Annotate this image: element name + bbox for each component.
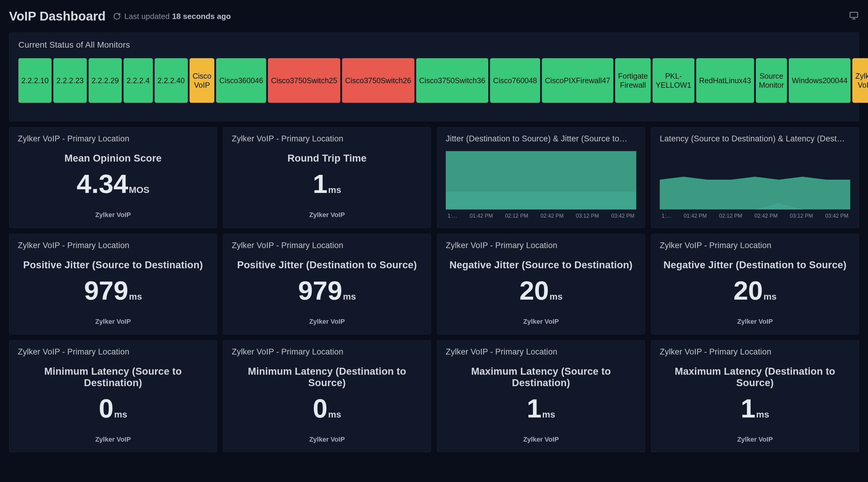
chart-svg [446, 150, 636, 210]
metric-card[interactable]: Zylker VoIP - Primary LocationNegative J… [437, 234, 645, 334]
metric-source: Zylker VoIP [232, 318, 422, 326]
metric-unit: ms [114, 409, 127, 419]
metric-value: 1 [741, 393, 755, 423]
status-tile[interactable]: Source Monitor [756, 58, 787, 103]
status-tile[interactable]: RedHatLinux43 [696, 58, 754, 103]
status-panel-title: Current Status of All Monitors [19, 40, 849, 50]
status-tile-label: Zylker VoIP [855, 71, 868, 90]
status-tile[interactable]: Cisco760048 [490, 58, 540, 103]
chart-x-tick: 03:42 PM [611, 213, 634, 219]
status-tile-label: Cisco3750Switch26 [345, 76, 411, 85]
presentation-icon[interactable] [849, 10, 859, 22]
status-tile[interactable]: Windows200044 [789, 58, 850, 103]
metric-value-row: 979ms [18, 277, 208, 304]
metric-card[interactable]: Zylker VoIP - Primary LocationPositive J… [223, 234, 431, 334]
metric-card-header: Zylker VoIP - Primary Location [446, 347, 636, 357]
metric-value-row: 1ms [660, 395, 850, 422]
metric-grid: Zylker VoIP - Primary LocationMean Opini… [9, 127, 859, 452]
metric-card-header: Zylker VoIP - Primary Location [660, 347, 850, 357]
status-tile-label: Cisco760048 [493, 76, 537, 85]
metric-card[interactable]: Zylker VoIP - Primary LocationRound Trip… [223, 127, 431, 228]
metric-card-header: Zylker VoIP - Primary Location [232, 347, 422, 357]
metric-card[interactable]: Zylker VoIP - Primary LocationPositive J… [9, 234, 217, 334]
metric-value: 20 [733, 275, 763, 305]
status-tile[interactable]: Zylker VoIP [852, 58, 868, 103]
status-tile[interactable]: Cisco VoIP [190, 58, 215, 103]
metric-card[interactable]: Zylker VoIP - Primary LocationMinimum La… [223, 340, 431, 452]
status-tile[interactable]: Cisco3750Switch26 [342, 58, 414, 103]
status-tile-label: 2.2.2.10 [22, 76, 49, 85]
chart-x-tick: 1:… [447, 213, 458, 219]
metric-title: Positive Jitter (Destination to Source) [232, 259, 422, 271]
status-tile[interactable]: 2.2.2.4 [124, 58, 153, 103]
svg-rect-0 [850, 12, 858, 18]
metric-title: Minimum Latency (Source to Destination) [18, 366, 208, 389]
status-tile-label: Cisco3750Switch25 [271, 76, 337, 85]
metric-card[interactable]: Zylker VoIP - Primary LocationMaximum La… [437, 340, 645, 452]
metric-title: Maximum Latency (Source to Destination) [446, 366, 636, 389]
metric-unit: ms [343, 292, 356, 301]
metric-card-header: Zylker VoIP - Primary Location [232, 134, 422, 144]
chart-x-axis: 1:…01:42 PM02:12 PM02:42 PM03:12 PM03:42… [660, 213, 850, 219]
metric-value: 1 [313, 169, 328, 199]
metric-unit: ms [756, 409, 769, 419]
status-tile[interactable]: Cisco3750Switch25 [268, 58, 340, 103]
chart-x-axis: 1:…01:42 PM02:12 PM02:42 PM03:12 PM03:42… [446, 213, 636, 219]
status-grid: 2.2.2.102.2.2.232.2.2.292.2.2.42.2.2.40C… [19, 58, 849, 103]
chart-x-tick: 03:12 PM [790, 213, 813, 219]
status-tile[interactable]: PKL-YELLOW1 [652, 58, 694, 103]
metric-source: Zylker VoIP [446, 435, 636, 444]
refresh-icon[interactable] [113, 12, 121, 20]
metric-source: Zylker VoIP [18, 435, 208, 444]
metric-card[interactable]: Zylker VoIP - Primary LocationMinimum La… [9, 340, 217, 452]
status-tile[interactable]: Fortigate Firewall [615, 58, 651, 103]
metric-value-row: 1ms [446, 395, 636, 422]
status-tile[interactable]: 2.2.2.10 [19, 58, 52, 103]
metric-source: Zylker VoIP [18, 211, 208, 219]
metric-value-row: 20ms [446, 277, 636, 304]
status-tile-label: 2.2.2.40 [158, 76, 185, 85]
metric-card[interactable]: Zylker VoIP - Primary LocationNegative J… [651, 234, 859, 334]
metric-unit: ms [764, 292, 776, 301]
status-tile[interactable]: CiscoPIXFirewall47 [542, 58, 613, 103]
metric-card[interactable]: Latency (Source to Destination) & Latenc… [651, 127, 859, 228]
metric-card-header: Jitter (Destination to Source) & Jitter … [446, 134, 636, 144]
metric-value-row: 0ms [18, 395, 208, 422]
metric-value: 0 [313, 393, 328, 423]
last-updated-value: 18 seconds ago [172, 12, 231, 21]
metric-source: Zylker VoIP [446, 318, 636, 326]
status-panel: Current Status of All Monitors 2.2.2.102… [9, 33, 859, 121]
metric-value-row: 1ms [232, 171, 422, 197]
metric-card-header: Zylker VoIP - Primary Location [18, 347, 208, 357]
status-tile[interactable]: 2.2.2.29 [89, 58, 122, 103]
metric-source: Zylker VoIP [660, 318, 850, 326]
page-title: VoIP Dashboard [9, 9, 106, 24]
metric-unit: ms [328, 409, 341, 419]
chart-x-tick: 03:42 PM [825, 213, 848, 219]
metric-unit: MOS [129, 185, 149, 195]
metric-value: 0 [99, 393, 114, 423]
metric-value: 979 [84, 275, 128, 305]
status-tile-label: RedHatLinux43 [699, 76, 751, 85]
metric-card[interactable]: Zylker VoIP - Primary LocationMean Opini… [9, 127, 217, 228]
status-tile-label: Cisco VoIP [193, 71, 212, 90]
metric-title: Minimum Latency (Destination to Source) [232, 366, 422, 389]
metric-card[interactable]: Jitter (Destination to Source) & Jitter … [437, 127, 645, 228]
status-tile[interactable]: 2.2.2.23 [53, 58, 87, 103]
status-tile[interactable]: Cisco3750Switch36 [416, 58, 489, 103]
chart: 1:…01:42 PM02:12 PM02:42 PM03:12 PM03:42… [660, 150, 850, 219]
chart-x-tick: 02:12 PM [505, 213, 528, 219]
metric-card-header: Zylker VoIP - Primary Location [446, 241, 636, 250]
status-tile[interactable]: 2.2.2.40 [155, 58, 188, 103]
page-header: VoIP Dashboard Last updated 18 seconds a… [9, 9, 859, 24]
metric-title: Negative Jitter (Destination to Source) [660, 259, 850, 271]
metric-value: 4.34 [76, 169, 128, 199]
metric-unit: ms [328, 185, 341, 195]
metric-card-header: Zylker VoIP - Primary Location [18, 241, 208, 250]
metric-card[interactable]: Zylker VoIP - Primary LocationMaximum La… [651, 340, 859, 452]
metric-source: Zylker VoIP [18, 318, 208, 326]
status-tile-label: 2.2.2.29 [92, 76, 119, 85]
metric-unit: ms [542, 409, 555, 419]
metric-card-header: Latency (Source to Destination) & Latenc… [660, 134, 850, 144]
status-tile[interactable]: Cisco360046 [216, 58, 266, 103]
